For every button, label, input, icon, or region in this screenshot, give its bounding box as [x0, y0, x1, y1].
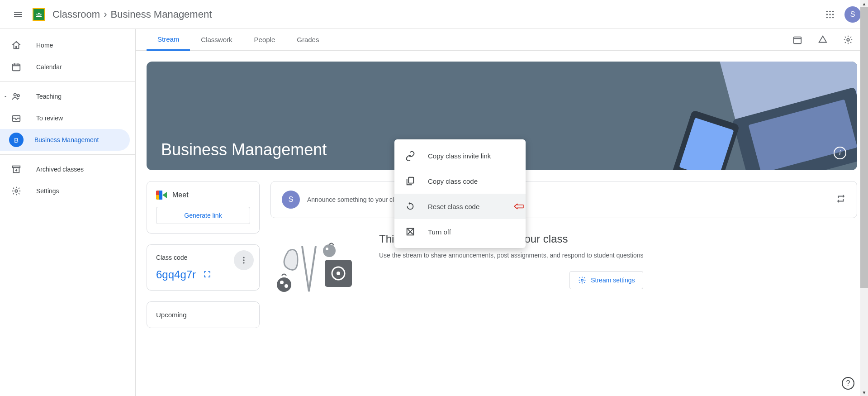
class-code-menu-button[interactable] — [234, 250, 254, 270]
sidebar-item-calendar[interactable]: Calendar — [0, 56, 130, 78]
sidebar-item-archived[interactable]: Archived classes — [0, 158, 130, 180]
breadcrumb: Classroom › Business Management — [51, 9, 213, 20]
svg-rect-33 — [408, 177, 413, 183]
svg-point-3 — [826, 10, 828, 12]
breadcrumb-class[interactable]: Business Management — [110, 9, 212, 20]
class-avatar: B — [9, 133, 24, 147]
svg-point-10 — [829, 17, 830, 18]
sidebar-item-label: Archived classes — [36, 166, 84, 173]
svg-point-21 — [243, 257, 244, 258]
stream-settings-button[interactable]: Stream settings — [569, 271, 643, 289]
sidebar-item-label: Settings — [36, 187, 59, 195]
meet-label: Meet — [172, 191, 189, 199]
classroom-logo-icon — [33, 8, 45, 21]
tab-stream[interactable]: Stream — [147, 29, 190, 51]
sidebar-item-label: Teaching — [36, 93, 62, 100]
svg-rect-19 — [794, 37, 802, 43]
reset-icon — [405, 201, 415, 211]
sidebar-section-teaching[interactable]: Teaching — [0, 86, 130, 107]
sidebar-item-home[interactable]: Home — [0, 34, 130, 56]
tab-grades[interactable]: Grades — [286, 29, 330, 51]
popup-turn-off[interactable]: Turn off — [394, 219, 526, 244]
upcoming-card: Upcoming — [147, 301, 260, 328]
scroll-down-arrow-icon[interactable]: ▼ — [860, 389, 868, 396]
calendar-icon — [792, 35, 802, 45]
svg-point-9 — [826, 17, 828, 18]
people-icon — [11, 91, 21, 101]
google-apps-button[interactable] — [819, 4, 841, 25]
sidebar: Home Calendar Teaching To review B Busin… — [0, 29, 136, 396]
svg-point-1 — [36, 14, 38, 15]
svg-point-5 — [832, 10, 834, 12]
popup-reset-code[interactable]: Reset class code — [394, 194, 526, 219]
svg-point-28 — [280, 281, 284, 284]
svg-point-32 — [581, 279, 583, 281]
annotation-arrow-icon — [514, 201, 524, 211]
svg-point-13 — [14, 94, 17, 96]
display-code-button[interactable] — [203, 268, 211, 281]
svg-point-14 — [17, 95, 19, 97]
copy-icon — [405, 176, 415, 186]
svg-rect-12 — [13, 64, 20, 71]
popup-copy-invite-link[interactable]: Copy class invite link — [394, 143, 526, 168]
sidebar-item-settings[interactable]: Settings — [0, 180, 130, 202]
svg-point-7 — [829, 14, 830, 15]
link-icon — [405, 151, 415, 161]
svg-point-20 — [847, 38, 849, 41]
generate-link-button[interactable]: Generate link — [156, 207, 250, 224]
drive-icon — [818, 35, 828, 45]
popup-item-label: Copy class invite link — [428, 152, 491, 160]
scroll-thumb[interactable] — [860, 7, 868, 288]
main-menu-button[interactable] — [7, 4, 29, 25]
scroll-up-arrow-icon[interactable]: ▲ — [860, 0, 868, 7]
reuse-post-button[interactable] — [836, 194, 846, 205]
sidebar-item-class[interactable]: B Business Management — [0, 129, 130, 151]
hero-illustration — [667, 62, 857, 170]
vertical-scrollbar[interactable]: ▲ ▼ — [860, 0, 868, 396]
svg-point-26 — [337, 272, 340, 275]
tab-people[interactable]: People — [243, 29, 286, 51]
class-code-popup-menu: Copy class invite link Copy class code R… — [394, 139, 526, 248]
sidebar-item-to-review[interactable]: To review — [0, 107, 130, 129]
announce-input[interactable]: S Announce something to your class — [270, 181, 857, 218]
apps-grid-icon — [825, 10, 835, 19]
svg-point-6 — [826, 14, 828, 15]
svg-point-29 — [285, 284, 288, 288]
tab-classwork[interactable]: Classwork — [190, 29, 243, 51]
main-content: Stream Classwork People Grades — [136, 29, 868, 396]
svg-point-23 — [243, 262, 244, 263]
class-settings-button[interactable] — [839, 31, 857, 49]
empty-illustration — [270, 233, 361, 301]
top-bar: Classroom › Business Management S — [0, 0, 868, 29]
svg-point-2 — [40, 14, 42, 15]
drive-button[interactable] — [814, 31, 832, 49]
calendar-button[interactable] — [788, 31, 806, 49]
help-button[interactable]: ? — [842, 377, 854, 390]
class-code-value: 6gq4g7r — [156, 268, 196, 281]
gear-icon — [578, 276, 586, 284]
breadcrumb-root[interactable]: Classroom — [52, 9, 100, 20]
svg-point-0 — [38, 13, 40, 14]
svg-point-4 — [829, 10, 830, 12]
popup-item-label: Reset class code — [428, 203, 479, 210]
class-code-card: Class code 6gq4g7r — [147, 244, 260, 291]
gear-icon — [843, 35, 853, 45]
svg-point-18 — [15, 190, 18, 192]
class-info-button[interactable]: i — [834, 147, 846, 159]
svg-point-31 — [326, 248, 328, 250]
upcoming-title: Upcoming — [156, 311, 250, 319]
hero-class-title: Business Management — [161, 140, 327, 159]
svg-point-22 — [243, 259, 244, 261]
sidebar-item-label: Home — [36, 42, 53, 49]
gear-icon — [11, 186, 21, 196]
account-avatar[interactable]: S — [844, 6, 861, 23]
popup-copy-code[interactable]: Copy class code — [394, 168, 526, 194]
google-meet-icon — [156, 191, 167, 200]
calendar-icon — [11, 62, 21, 72]
announce-placeholder: Announce something to your class — [307, 196, 829, 203]
class-tabs: Stream Classwork People Grades — [136, 29, 868, 51]
disable-icon — [405, 227, 415, 237]
svg-point-27 — [277, 277, 291, 292]
repeat-icon — [836, 194, 846, 204]
more-vert-icon — [239, 256, 248, 265]
